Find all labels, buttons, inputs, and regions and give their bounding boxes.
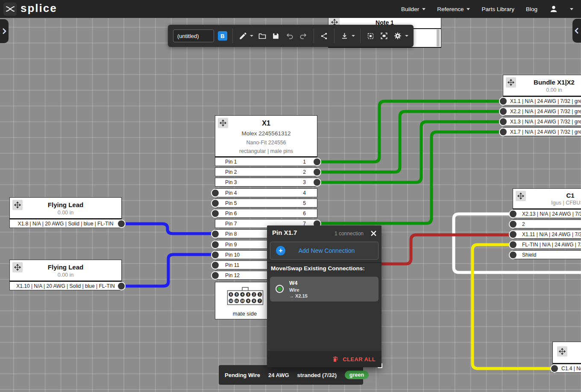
bundle-pin-x1-1[interactable] bbox=[499, 97, 508, 105]
c1-row[interactable]: FL-TIN | N/A | 24 AWG | 7/32 bbox=[513, 240, 581, 249]
x1-pin-5-dot[interactable] bbox=[211, 199, 220, 208]
edit-menu-caret[interactable] bbox=[250, 35, 253, 37]
c1-pin-2[interactable] bbox=[509, 220, 517, 228]
bundle-pin-x1-7[interactable] bbox=[499, 128, 508, 136]
popup-footer: CLEAR ALL bbox=[267, 351, 381, 367]
select-area-button[interactable] bbox=[366, 29, 376, 42]
share-button[interactable] bbox=[319, 29, 329, 42]
flying-lead-1-header[interactable]: Flying Lead 0.00 in bbox=[9, 197, 122, 219]
connection-card-w4[interactable]: W4 Wire → X2.15 bbox=[270, 277, 379, 301]
add-new-connection-button[interactable]: + Add New Connection bbox=[270, 242, 379, 260]
x1-pin-9-dot[interactable] bbox=[211, 240, 220, 249]
wire-blue-1[interactable] bbox=[122, 224, 215, 234]
popup-close-button[interactable] bbox=[369, 228, 378, 238]
save-button[interactable] bbox=[271, 29, 281, 42]
x1-pin-row-3[interactable]: Pin 33 bbox=[215, 178, 317, 187]
bundle-row[interactable]: X2.2 | N/A | 24 AWG | 7/32 | green bbox=[503, 107, 581, 116]
connection-radio[interactable] bbox=[276, 285, 284, 293]
filename-input[interactable] bbox=[173, 29, 214, 42]
c1-row-label: X1.11 | N/A | 24 AWG | 7/32 bbox=[522, 231, 581, 237]
account-button[interactable] bbox=[549, 4, 558, 14]
right-panel-toggle[interactable] bbox=[572, 19, 581, 43]
redo-button[interactable] bbox=[299, 29, 308, 42]
wire-blue-2[interactable] bbox=[122, 255, 215, 286]
settings-menu-caret[interactable] bbox=[405, 35, 408, 37]
x1-pin-row-2[interactable]: Pin 22 bbox=[215, 167, 317, 176]
bundle-block-header[interactable]: Bundle X1|X2 0.00 in bbox=[503, 75, 581, 97]
splice-logo[interactable]: splice bbox=[3, 3, 57, 16]
x1-pin-2-dot[interactable] bbox=[313, 168, 321, 176]
x1-pin-3-dot[interactable] bbox=[313, 178, 321, 187]
c2-row[interactable]: C1.4 | N/A | 24 AWG | 7/32 bbox=[552, 364, 581, 373]
bundle-row[interactable]: X1.7 | N/A | 24 AWG | 7/32 | green bbox=[503, 127, 581, 136]
download-menu-caret[interactable] bbox=[352, 35, 355, 37]
x1-pin-row-5[interactable]: Pin 55 bbox=[215, 199, 317, 208]
download-button[interactable] bbox=[340, 29, 349, 42]
account-menu-caret[interactable] bbox=[570, 8, 573, 10]
toolbar-divider bbox=[360, 29, 361, 43]
wire-yellow[interactable] bbox=[472, 245, 554, 369]
chevron-down-icon bbox=[422, 8, 425, 10]
flying-lead-2-pin[interactable] bbox=[117, 282, 126, 290]
builder-canvas[interactable]: Note 1 Bundle X1|X2 0.00 in X1.1 | N/A |… bbox=[0, 0, 581, 392]
c2-block-header[interactable] bbox=[552, 342, 581, 364]
x1-mate-side-panel: 654321 121110987 mate side bbox=[215, 282, 275, 319]
c1-row[interactable]: X1.11 | N/A | 24 AWG | 7/32 bbox=[513, 230, 581, 239]
c1-pin-x2-13[interactable] bbox=[509, 210, 517, 218]
pending-wire-label: Pending Wire bbox=[225, 372, 260, 378]
x1-pin-1-dot[interactable] bbox=[313, 158, 321, 166]
c1-pin-fl-tin[interactable] bbox=[509, 240, 517, 249]
svg-text:6: 6 bbox=[230, 293, 232, 296]
svg-text:9: 9 bbox=[247, 299, 249, 302]
c2-move-handle[interactable] bbox=[557, 346, 567, 357]
settings-button[interactable] bbox=[393, 29, 403, 42]
nav-parts-library[interactable]: Parts Library bbox=[481, 6, 514, 12]
left-panel-toggle[interactable] bbox=[0, 19, 9, 43]
clear-all-button[interactable]: CLEAR ALL bbox=[343, 356, 376, 363]
c1-row[interactable]: 2 bbox=[513, 219, 581, 228]
bundle-row[interactable]: X1.1 | N/A | 24 AWG | 7/32 | green bbox=[503, 97, 581, 105]
c1-pin-shield[interactable] bbox=[509, 251, 517, 259]
c1-row[interactable]: Shield bbox=[513, 250, 581, 259]
wire-green-4[interactable] bbox=[317, 132, 503, 223]
x1-pin-12-dot[interactable] bbox=[211, 271, 220, 280]
x1-pin-6-dot[interactable] bbox=[211, 209, 220, 218]
x1-pin-row-4[interactable]: Pin 44 bbox=[215, 188, 317, 197]
c2-pin-c1-4[interactable] bbox=[550, 364, 559, 373]
flying-lead-2-row[interactable]: X1.10 | N/A | 20 AWG | Solid | blue | FL… bbox=[9, 281, 122, 290]
bundle-row[interactable]: X1.3 | N/A | 24 AWG | 7/32 | green bbox=[503, 117, 581, 126]
x1-pin-row-1[interactable]: Pin 11 bbox=[215, 157, 317, 166]
open-button[interactable] bbox=[257, 29, 267, 42]
x1-block-header[interactable]: X1 Molex 2245561312 Nano-Fit 224556 rect… bbox=[215, 115, 317, 157]
toolbar-divider bbox=[232, 29, 233, 43]
fit-view-button[interactable] bbox=[379, 29, 389, 42]
flying-lead-1-pin[interactable] bbox=[117, 219, 126, 228]
edit-button[interactable] bbox=[238, 29, 248, 42]
bundle-pin-x2-2[interactable] bbox=[499, 107, 508, 116]
undo-button[interactable] bbox=[285, 29, 294, 42]
c1-block-header[interactable]: C1 Igus | CFBUS-C bbox=[513, 188, 581, 209]
pin-name: Pin 1 bbox=[225, 159, 237, 165]
x1-pin-row-6[interactable]: Pin 66 bbox=[215, 209, 317, 218]
bundle-pin-x1-3[interactable] bbox=[499, 117, 508, 126]
flying-lead-1-row[interactable]: X1.8 | N/A | 20 AWG | Solid | blue | FL-… bbox=[9, 219, 122, 228]
nav-builder[interactable]: Builder bbox=[401, 6, 425, 12]
nav-blog[interactable]: Blog bbox=[526, 6, 537, 12]
c1-pin-x1-11[interactable] bbox=[509, 230, 517, 239]
popup-resize-handle[interactable] bbox=[378, 363, 382, 368]
flying-lead-2-length: 0.00 in bbox=[10, 272, 121, 278]
note-scrollbar[interactable] bbox=[437, 29, 440, 47]
pin-name: Pin 2 bbox=[225, 169, 237, 175]
c1-row[interactable]: X2.13 | N/A | 24 AWG | 7/32 bbox=[513, 209, 581, 218]
x1-pin-4-dot[interactable] bbox=[211, 189, 220, 197]
share-icon bbox=[320, 32, 328, 40]
x1-pin-8-dot[interactable] bbox=[211, 230, 220, 238]
pin-name: Pin 11 bbox=[225, 262, 239, 268]
trash-icon[interactable] bbox=[332, 356, 339, 363]
x1-pin-11-dot[interactable] bbox=[211, 261, 220, 269]
svg-text:1: 1 bbox=[259, 293, 261, 296]
nav-reference[interactable]: Reference bbox=[437, 6, 470, 12]
x1-pin-10-dot[interactable] bbox=[211, 251, 220, 259]
svg-text:11: 11 bbox=[235, 299, 238, 302]
flying-lead-2-header[interactable]: Flying Lead 0.00 in bbox=[9, 260, 122, 281]
